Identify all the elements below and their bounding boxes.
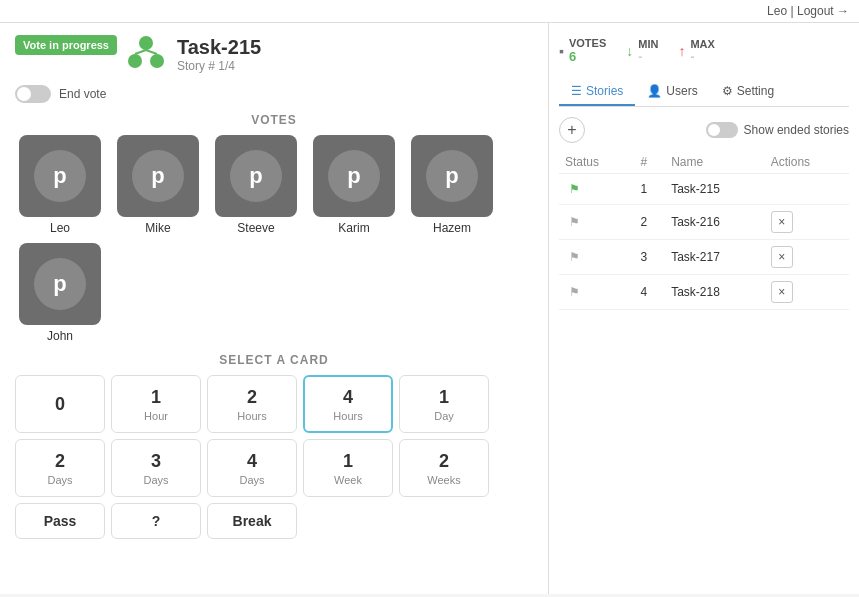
card-value: 1 <box>343 451 353 472</box>
show-ended-label: Show ended stories <box>744 123 849 137</box>
voter-p-icon: p <box>426 150 478 202</box>
card-button[interactable]: 0 <box>15 375 105 433</box>
svg-point-2 <box>150 54 164 68</box>
logout-icon: → <box>837 4 849 18</box>
task-info: Task-215 Story # 1/4 <box>177 36 261 73</box>
card-label: Day <box>434 410 454 422</box>
card-button[interactable]: 2 Hours <box>207 375 297 433</box>
stories-toolbar: + Show ended stories <box>559 117 849 143</box>
min-stat: ↓ MIN - <box>626 37 658 64</box>
delete-story-button[interactable]: × <box>771 246 793 268</box>
max-stat-value: - <box>690 50 694 64</box>
main-container: Vote in progress Task-215 Story # 1/4 En… <box>0 23 859 594</box>
card-value: 2 <box>55 451 65 472</box>
voter-card: p Hazem <box>407 135 497 235</box>
card-label: Hours <box>333 410 362 422</box>
tab-label: Users <box>666 84 697 98</box>
delete-story-button[interactable]: × <box>771 211 793 233</box>
tab-setting[interactable]: ⚙Setting <box>710 78 786 106</box>
card-value: 3 <box>151 451 161 472</box>
add-story-button[interactable]: + <box>559 117 585 143</box>
end-vote-row: End vote <box>15 85 533 103</box>
status-flag-icon: ⚑ <box>565 213 583 231</box>
action-card-button[interactable]: Pass <box>15 503 105 539</box>
svg-line-4 <box>146 50 157 54</box>
card-label: Hours <box>237 410 266 422</box>
svg-line-3 <box>135 50 146 54</box>
max-stat: ↑ MAX - <box>678 37 714 64</box>
votes-stat-value: 6 <box>569 49 606 64</box>
table-col-name: Name <box>665 151 765 174</box>
action-card-button[interactable]: Break <box>207 503 297 539</box>
card-label: Weeks <box>427 474 460 486</box>
voter-p-icon: p <box>34 258 86 310</box>
end-vote-label: End vote <box>59 87 106 101</box>
show-ended-row: Show ended stories <box>706 122 849 138</box>
card-value: 1 <box>151 387 161 408</box>
svg-point-1 <box>128 54 142 68</box>
tab-users[interactable]: 👤Users <box>635 78 709 106</box>
card-button[interactable]: 1 Hour <box>111 375 201 433</box>
delete-story-button[interactable]: × <box>771 281 793 303</box>
row-number: 2 <box>635 205 666 240</box>
left-panel: Vote in progress Task-215 Story # 1/4 En… <box>0 23 549 594</box>
max-icon: ↑ <box>678 43 685 59</box>
stats-row: ▪ VOTES 6 ↓ MIN - ↑ MAX - <box>559 33 849 68</box>
stories-table-body: ⚑1Task-215⚑2Task-216×⚑3Task-217×⚑4Task-2… <box>559 174 849 310</box>
row-status: ⚑ <box>559 205 635 240</box>
table-col-#: # <box>635 151 666 174</box>
card-label: Week <box>334 474 362 486</box>
task-header: Task-215 Story # 1/4 <box>125 33 533 75</box>
tab-icon: ☰ <box>571 84 582 98</box>
tab-stories[interactable]: ☰Stories <box>559 78 635 106</box>
end-vote-toggle[interactable] <box>15 85 51 103</box>
card-value: 1 <box>439 387 449 408</box>
table-col-status: Status <box>559 151 635 174</box>
cards-section: SELECT A CARD 0 1 Hour 2 Hours 4 Hours 1… <box>15 353 533 539</box>
separator: | <box>790 4 793 18</box>
card-button[interactable]: 3 Days <box>111 439 201 497</box>
voter-p-icon: p <box>328 150 380 202</box>
card-button[interactable]: 1 Week <box>303 439 393 497</box>
logout-link[interactable]: Logout → <box>797 4 849 18</box>
task-logo <box>125 33 167 75</box>
card-button[interactable]: 2 Days <box>15 439 105 497</box>
voter-avatar: p <box>117 135 199 217</box>
voter-name: John <box>47 329 73 343</box>
tab-icon: ⚙ <box>722 84 733 98</box>
tab-label: Setting <box>737 84 774 98</box>
voter-avatar: p <box>19 135 101 217</box>
min-stat-label: MIN <box>638 38 658 50</box>
voter-p-icon: p <box>230 150 282 202</box>
top-bar: Leo | Logout → <box>0 0 859 23</box>
card-button[interactable]: 4 Days <box>207 439 297 497</box>
max-stat-label: MAX <box>690 38 714 50</box>
show-ended-toggle[interactable] <box>706 122 738 138</box>
table-col-actions: Actions <box>765 151 849 174</box>
vote-badge: Vote in progress <box>15 35 117 55</box>
row-number: 1 <box>635 174 666 205</box>
voter-avatar: p <box>215 135 297 217</box>
row-number: 3 <box>635 240 666 275</box>
action-card-value: Break <box>233 513 272 529</box>
row-status: ⚑ <box>559 275 635 310</box>
card-button[interactable]: 4 Hours <box>303 375 393 433</box>
card-button[interactable]: 2 Weeks <box>399 439 489 497</box>
voter-p-icon: p <box>132 150 184 202</box>
table-row: ⚑2Task-216× <box>559 205 849 240</box>
voter-name: Steeve <box>237 221 274 235</box>
action-cards-grid: Pass?Break <box>15 503 533 539</box>
card-value: 2 <box>247 387 257 408</box>
row-name: Task-218 <box>665 275 765 310</box>
card-button[interactable]: 1 Day <box>399 375 489 433</box>
tab-label: Stories <box>586 84 623 98</box>
tab-icon: 👤 <box>647 84 662 98</box>
action-card-button[interactable]: ? <box>111 503 201 539</box>
card-value: 0 <box>55 394 65 415</box>
card-value: 2 <box>439 451 449 472</box>
voter-name: Mike <box>145 221 170 235</box>
voter-card: p Steeve <box>211 135 301 235</box>
votes-section-label: VOTES <box>15 113 533 127</box>
votes-grid: p Leo p Mike p Steeve p Karim p Hazem p … <box>15 135 533 343</box>
row-actions <box>765 174 849 205</box>
